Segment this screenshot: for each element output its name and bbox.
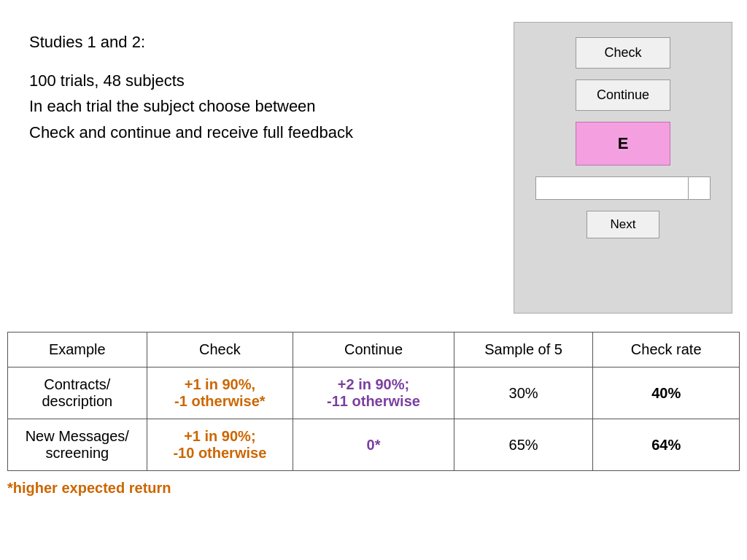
input-row <box>535 176 711 200</box>
desc-line4: Check and continue and receive full feed… <box>29 120 499 145</box>
footer-note-text: *higher expected return <box>7 480 171 496</box>
ui-panel: Check Continue E Next <box>514 22 732 314</box>
row1-example: Contracts/description <box>8 368 147 419</box>
row2-checkrate-value: 64% <box>651 437 681 453</box>
row1-checkrate-value: 40% <box>651 385 681 401</box>
row2-continue: 0* <box>293 419 454 471</box>
footer-note: *higher expected return <box>0 471 747 497</box>
next-button[interactable]: Next <box>587 211 659 238</box>
row1-continue-text: +2 in 90%;-11 otherwise <box>327 376 420 409</box>
header-continue: Continue <box>293 332 454 368</box>
table-section: Example Check Continue Sample of 5 Check… <box>0 332 747 471</box>
row2-continue-text: 0* <box>367 437 381 453</box>
top-section: Studies 1 and 2: 100 trials, 48 subjects… <box>0 0 747 328</box>
row1-check: +1 in 90%,-1 otherwise* <box>147 368 293 419</box>
row2-check: +1 in 90%;-10 otherwise <box>147 419 293 471</box>
description-text: Studies 1 and 2: 100 trials, 48 subjects… <box>29 22 499 314</box>
e-button[interactable]: E <box>576 122 670 166</box>
continue-button[interactable]: Continue <box>576 79 670 111</box>
panel-input[interactable] <box>536 177 688 199</box>
table-header-row: Example Check Continue Sample of 5 Check… <box>8 332 740 368</box>
header-check: Check <box>147 332 293 368</box>
row2-check-text: +1 in 90%;-10 otherwise <box>173 428 266 461</box>
desc-line3: In each trial the subject choose between <box>29 93 499 119</box>
results-table: Example Check Continue Sample of 5 Check… <box>7 332 740 471</box>
row1-checkrate: 40% <box>593 368 740 419</box>
header-sample: Sample of 5 <box>454 332 593 368</box>
check-button[interactable]: Check <box>576 37 670 69</box>
row1-continue: +2 in 90%;-11 otherwise <box>293 368 454 419</box>
table-row: New Messages/screening +1 in 90%;-10 oth… <box>8 419 740 471</box>
row1-sample: 30% <box>454 368 593 419</box>
row1-check-text: +1 in 90%,-1 otherwise* <box>174 376 265 409</box>
desc-line2: 100 trials, 48 subjects <box>29 68 499 93</box>
row2-checkrate: 64% <box>593 419 740 471</box>
header-checkrate: Check rate <box>593 332 740 368</box>
input-right-section <box>688 177 710 199</box>
row2-sample: 65% <box>454 419 593 471</box>
row2-example: New Messages/screening <box>8 419 147 471</box>
table-row: Contracts/description +1 in 90%,-1 other… <box>8 368 740 419</box>
header-example: Example <box>8 332 147 368</box>
desc-line1: Studies 1 and 2: <box>29 29 499 55</box>
